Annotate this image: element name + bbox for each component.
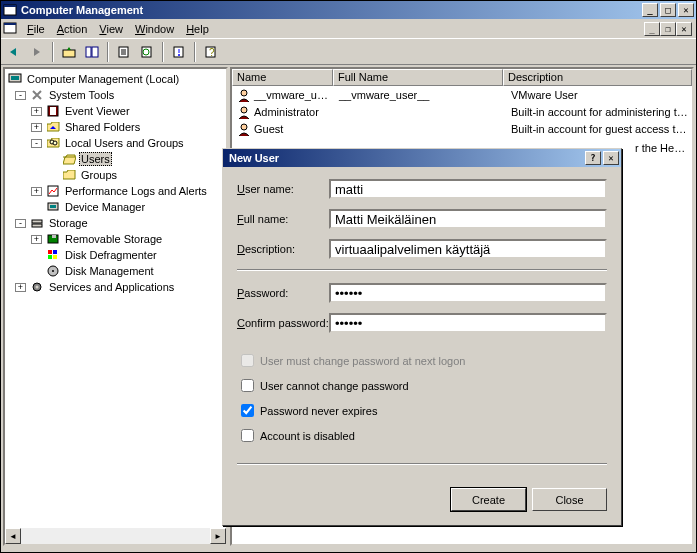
show-hide-tree-button[interactable] (81, 41, 103, 63)
tree-event-viewer[interactable]: + Event Viewer (5, 103, 226, 119)
tree-device-manager[interactable]: Device Manager (5, 199, 226, 215)
storage-icon (29, 215, 45, 231)
svg-rect-15 (11, 76, 19, 80)
tree-system-tools[interactable]: - System Tools (5, 87, 226, 103)
column-name[interactable]: Name (232, 69, 333, 86)
menu-file[interactable]: File (21, 21, 51, 37)
svg-rect-27 (48, 250, 52, 254)
tree-shared-folders[interactable]: + Shared Folders (5, 119, 226, 135)
tree-services-apps[interactable]: + Services and Applications (5, 279, 226, 295)
maximize-button[interactable]: □ (660, 3, 676, 17)
create-button[interactable]: Create (451, 488, 526, 511)
disk-icon (45, 263, 61, 279)
menu-action[interactable]: Action (51, 21, 94, 37)
svg-point-37 (241, 124, 247, 130)
menu-window[interactable]: Window (129, 21, 180, 37)
new-user-dialog: New User ? ✕ User name: Full name: Descr… (222, 148, 622, 526)
scroll-left-icon[interactable]: ◄ (5, 528, 21, 544)
user-icon (236, 121, 252, 137)
partial-text: r the He… (635, 142, 685, 154)
user-icon (236, 104, 252, 120)
account-disabled-checkbox[interactable] (241, 429, 254, 442)
expand-icon[interactable]: + (31, 235, 42, 244)
check-disabled[interactable]: Account is disabled (237, 426, 607, 445)
collapse-icon[interactable]: - (15, 219, 26, 228)
book-icon (45, 103, 61, 119)
tree-storage[interactable]: - Storage (5, 215, 226, 231)
svg-rect-30 (53, 255, 57, 259)
fullname-input[interactable] (329, 209, 607, 229)
svg-point-35 (241, 90, 247, 96)
mdi-minimize-button[interactable]: _ (644, 22, 660, 36)
confirm-password-input[interactable] (329, 313, 607, 333)
back-button[interactable] (3, 41, 25, 63)
tree-disk-defragmenter[interactable]: Disk Defragmenter (5, 247, 226, 263)
tree-perf-logs[interactable]: + Performance Logs and Alerts (5, 183, 226, 199)
tree-root[interactable]: Computer Management (Local) (5, 71, 226, 87)
never-expires-checkbox[interactable] (241, 404, 254, 417)
toolbar: ? (1, 38, 696, 64)
tree-groups[interactable]: Groups (5, 167, 226, 183)
minimize-button[interactable]: _ (642, 3, 658, 17)
svg-rect-28 (53, 250, 57, 254)
gear-icon (29, 279, 45, 295)
svg-rect-29 (48, 255, 52, 259)
must-change-checkbox (241, 354, 254, 367)
menu-help[interactable]: Help (180, 21, 215, 37)
tree-h-scrollbar[interactable]: ◄ ► (5, 528, 226, 544)
perf-icon (45, 183, 61, 199)
window-title: Computer Management (21, 4, 642, 16)
properties-button[interactable] (168, 41, 190, 63)
dialog-close-button[interactable]: ✕ (603, 151, 619, 165)
column-fullname[interactable]: Full Name (333, 69, 503, 86)
svg-rect-5 (86, 47, 91, 57)
svg-rect-17 (50, 107, 56, 115)
description-input[interactable] (329, 239, 607, 259)
check-cannot-change[interactable]: User cannot change password (237, 376, 607, 395)
device-icon (45, 199, 61, 215)
list-item[interactable]: __vmware_u… __vmware_user__ VMware User (232, 86, 692, 103)
list-item[interactable]: Guest Built-in account for guest access … (232, 120, 692, 137)
tree-pane[interactable]: Computer Management (Local) - System Too… (3, 67, 228, 546)
expand-icon[interactable]: + (31, 107, 42, 116)
svg-rect-26 (52, 235, 56, 238)
check-never-expires[interactable]: Password never expires (237, 401, 607, 420)
up-button[interactable] (58, 41, 80, 63)
forward-button[interactable] (26, 41, 48, 63)
svg-rect-3 (4, 23, 16, 25)
dialog-help-button[interactable]: ? (585, 151, 601, 165)
expand-icon[interactable]: + (15, 283, 26, 292)
cannot-change-checkbox[interactable] (241, 379, 254, 392)
username-input[interactable] (329, 179, 607, 199)
shared-folder-icon (45, 119, 61, 135)
svg-rect-4 (63, 50, 75, 57)
list-item[interactable]: Administrator Built-in account for admin… (232, 103, 692, 120)
mdi-close-button[interactable]: ✕ (676, 22, 692, 36)
tree-removable-storage[interactable]: + Removable Storage (5, 231, 226, 247)
column-description[interactable]: Description (503, 69, 692, 86)
mdi-restore-button[interactable]: ❐ (660, 22, 676, 36)
menubar: File Action View Window Help _ ❐ ✕ (1, 19, 696, 38)
scroll-right-icon[interactable]: ► (210, 528, 226, 544)
close-button[interactable]: ✕ (678, 3, 694, 17)
main-titlebar: Computer Management _ □ ✕ (1, 1, 696, 19)
export-button[interactable] (113, 41, 135, 63)
close-dialog-button[interactable]: Close (532, 488, 607, 511)
tree-local-users-groups[interactable]: - Local Users and Groups (5, 135, 226, 151)
tree-disk-management[interactable]: Disk Management (5, 263, 226, 279)
collapse-icon[interactable]: - (31, 139, 42, 148)
menu-view[interactable]: View (93, 21, 129, 37)
mdi-icon[interactable] (3, 21, 17, 37)
refresh-button[interactable] (136, 41, 158, 63)
expand-icon[interactable]: + (31, 187, 42, 196)
collapse-icon[interactable]: - (15, 91, 26, 100)
svg-rect-23 (32, 220, 42, 223)
password-input[interactable] (329, 283, 607, 303)
svg-rect-24 (32, 224, 42, 227)
app-icon (3, 3, 17, 17)
username-label: User name: (237, 183, 329, 195)
svg-point-32 (52, 270, 54, 272)
help-button[interactable]: ? (200, 41, 222, 63)
tree-users[interactable]: Users (5, 151, 226, 167)
expand-icon[interactable]: + (31, 123, 42, 132)
